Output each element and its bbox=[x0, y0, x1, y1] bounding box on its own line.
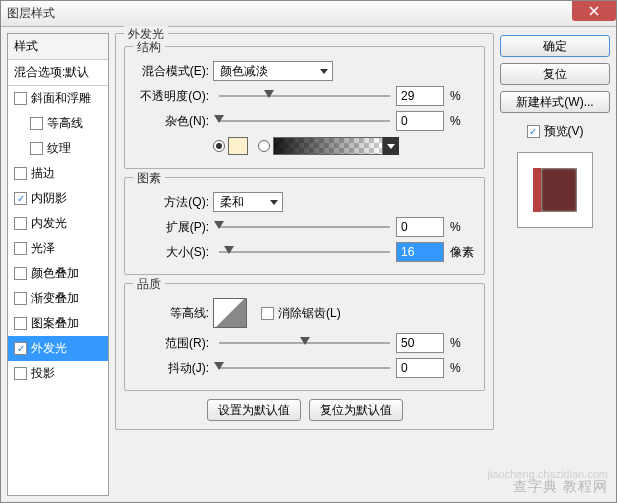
structure-legend: 结构 bbox=[133, 39, 165, 56]
sidebar-item-3[interactable]: 描边 bbox=[8, 161, 108, 186]
sidebar-item-6[interactable]: 光泽 bbox=[8, 236, 108, 261]
range-input[interactable]: 50 bbox=[396, 333, 444, 353]
noise-input[interactable]: 0 bbox=[396, 111, 444, 131]
noise-unit: % bbox=[444, 114, 474, 128]
style-checkbox[interactable] bbox=[14, 292, 27, 305]
spread-slider[interactable] bbox=[219, 218, 390, 236]
method-label: 方法(Q): bbox=[135, 194, 213, 211]
style-checkbox[interactable] bbox=[14, 217, 27, 230]
style-label: 光泽 bbox=[31, 240, 55, 257]
quality-group: 品质 等高线: 消除锯齿(L) 范围(R): 50 % bbox=[124, 283, 485, 391]
sidebar-header[interactable]: 样式 bbox=[8, 34, 108, 60]
sidebar-item-5[interactable]: 内发光 bbox=[8, 211, 108, 236]
spread-unit: % bbox=[444, 220, 474, 234]
style-label: 颜色叠加 bbox=[31, 265, 79, 282]
opacity-label: 不透明度(O): bbox=[135, 88, 213, 105]
style-label: 描边 bbox=[31, 165, 55, 182]
gradient-radio[interactable] bbox=[258, 140, 270, 152]
sidebar-item-11[interactable]: 投影 bbox=[8, 361, 108, 386]
blend-mode-dropdown[interactable]: 颜色减淡 bbox=[213, 61, 333, 81]
preview-thumbnail bbox=[517, 152, 593, 228]
style-label: 斜面和浮雕 bbox=[31, 90, 91, 107]
size-label: 大小(S): bbox=[135, 244, 213, 261]
method-dropdown[interactable]: 柔和 bbox=[213, 192, 283, 212]
preview-label: 预览(V) bbox=[544, 123, 584, 140]
style-label: 内发光 bbox=[31, 215, 67, 232]
blend-mode-label: 混合模式(E): bbox=[135, 63, 213, 80]
structure-group: 结构 混合模式(E): 颜色减淡 不透明度(O): 29 % bbox=[124, 46, 485, 169]
style-label: 渐变叠加 bbox=[31, 290, 79, 307]
gradient-picker[interactable] bbox=[273, 137, 383, 155]
style-checkbox[interactable] bbox=[14, 342, 27, 355]
outer-glow-group: 外发光 结构 混合模式(E): 颜色减淡 不透明度(O): 29 bbox=[115, 33, 494, 430]
spread-label: 扩展(P): bbox=[135, 219, 213, 236]
opacity-input[interactable]: 29 bbox=[396, 86, 444, 106]
close-icon bbox=[589, 6, 599, 16]
reset-default-button[interactable]: 复位为默认值 bbox=[309, 399, 403, 421]
style-checkbox[interactable] bbox=[14, 167, 27, 180]
style-label: 等高线 bbox=[47, 115, 83, 132]
style-label: 图案叠加 bbox=[31, 315, 79, 332]
opacity-unit: % bbox=[444, 89, 474, 103]
jitter-slider[interactable] bbox=[219, 359, 390, 377]
sidebar-item-1[interactable]: 等高线 bbox=[8, 111, 108, 136]
style-checkbox[interactable] bbox=[14, 367, 27, 380]
blend-mode-value: 颜色减淡 bbox=[220, 63, 268, 80]
color-radio[interactable] bbox=[213, 140, 225, 152]
dialog-body: 样式 混合选项:默认 斜面和浮雕等高线纹理描边内阴影内发光光泽颜色叠加渐变叠加图… bbox=[1, 27, 616, 502]
sidebar-item-0[interactable]: 斜面和浮雕 bbox=[8, 86, 108, 111]
style-checkbox[interactable] bbox=[14, 317, 27, 330]
reset-button[interactable]: 复位 bbox=[500, 63, 610, 85]
elements-legend: 图素 bbox=[133, 170, 165, 187]
sidebar-item-10[interactable]: 外发光 bbox=[8, 336, 108, 361]
chevron-down-icon bbox=[270, 200, 278, 205]
jitter-input[interactable]: 0 bbox=[396, 358, 444, 378]
spread-input[interactable]: 0 bbox=[396, 217, 444, 237]
sidebar-item-4[interactable]: 内阴影 bbox=[8, 186, 108, 211]
style-label: 内阴影 bbox=[31, 190, 67, 207]
sidebar-item-8[interactable]: 渐变叠加 bbox=[8, 286, 108, 311]
antialias-checkbox[interactable] bbox=[261, 307, 274, 320]
contour-label: 等高线: bbox=[135, 305, 213, 322]
styles-sidebar: 样式 混合选项:默认 斜面和浮雕等高线纹理描边内阴影内发光光泽颜色叠加渐变叠加图… bbox=[7, 33, 109, 496]
size-unit: 像素 bbox=[444, 244, 474, 261]
window-title: 图层样式 bbox=[7, 5, 55, 22]
sidebar-item-7[interactable]: 颜色叠加 bbox=[8, 261, 108, 286]
jitter-label: 抖动(J): bbox=[135, 360, 213, 377]
gradient-dropdown-arrow[interactable] bbox=[383, 137, 399, 155]
color-swatch[interactable] bbox=[228, 137, 248, 155]
style-checkbox[interactable] bbox=[14, 242, 27, 255]
set-default-button[interactable]: 设置为默认值 bbox=[207, 399, 301, 421]
new-style-button[interactable]: 新建样式(W)... bbox=[500, 91, 610, 113]
ok-button[interactable]: 确定 bbox=[500, 35, 610, 57]
style-checkbox[interactable] bbox=[14, 192, 27, 205]
style-label: 投影 bbox=[31, 365, 55, 382]
opacity-slider[interactable] bbox=[219, 87, 390, 105]
antialias-label: 消除锯齿(L) bbox=[278, 305, 341, 322]
jitter-unit: % bbox=[444, 361, 474, 375]
elements-group: 图素 方法(Q): 柔和 扩展(P): 0 % bbox=[124, 177, 485, 275]
contour-picker[interactable] bbox=[213, 298, 247, 328]
style-label: 纹理 bbox=[47, 140, 71, 157]
sidebar-item-2[interactable]: 纹理 bbox=[8, 136, 108, 161]
size-input[interactable]: 16 bbox=[396, 242, 444, 262]
method-value: 柔和 bbox=[220, 194, 244, 211]
size-slider[interactable] bbox=[219, 243, 390, 261]
style-checkbox[interactable] bbox=[14, 92, 27, 105]
titlebar[interactable]: 图层样式 bbox=[1, 1, 616, 27]
quality-legend: 品质 bbox=[133, 276, 165, 293]
layer-style-dialog: 图层样式 样式 混合选项:默认 斜面和浮雕等高线纹理描边内阴影内发光光泽颜色叠加… bbox=[0, 0, 617, 503]
noise-slider[interactable] bbox=[219, 112, 390, 130]
style-checkbox[interactable] bbox=[30, 142, 43, 155]
style-checkbox[interactable] bbox=[30, 117, 43, 130]
main-panel: 外发光 结构 混合模式(E): 颜色减淡 不透明度(O): 29 bbox=[115, 33, 494, 496]
preview-checkbox[interactable] bbox=[527, 125, 540, 138]
range-slider[interactable] bbox=[219, 334, 390, 352]
range-unit: % bbox=[444, 336, 474, 350]
close-button[interactable] bbox=[572, 1, 616, 21]
style-checkbox[interactable] bbox=[14, 267, 27, 280]
noise-label: 杂色(N): bbox=[135, 113, 213, 130]
blend-options-item[interactable]: 混合选项:默认 bbox=[8, 60, 108, 86]
sidebar-item-9[interactable]: 图案叠加 bbox=[8, 311, 108, 336]
range-label: 范围(R): bbox=[135, 335, 213, 352]
